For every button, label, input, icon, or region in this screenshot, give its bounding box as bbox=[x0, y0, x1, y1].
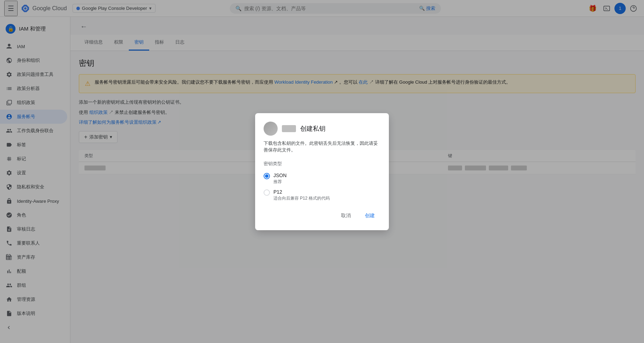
key-type-label: 密钥类型 bbox=[264, 161, 380, 167]
radio-json[interactable] bbox=[264, 173, 270, 179]
create-private-key-dialog: 创建私钥 下载包含私钥的文件。此密钥丢失后无法恢复，因此请妥善保存此文件。 密钥… bbox=[255, 113, 389, 230]
dialog-avatar bbox=[264, 122, 278, 136]
dialog-subtitle: 下载包含私钥的文件。此密钥丢失后无法恢复，因此请妥善保存此文件。 bbox=[264, 140, 380, 154]
dialog-title: 创建私钥 bbox=[300, 124, 326, 133]
radio-p12[interactable] bbox=[264, 189, 270, 196]
cancel-button[interactable]: 取消 bbox=[335, 210, 356, 222]
service-account-name-blurred bbox=[282, 125, 296, 132]
dialog-header: 创建私钥 bbox=[264, 122, 380, 136]
dialog-actions: 取消 创建 bbox=[264, 210, 380, 222]
radio-group: JSON 推荐 P12 适合向后兼容 P12 格式的代码 bbox=[264, 171, 380, 203]
radio-item-p12[interactable]: P12 适合向后兼容 P12 格式的代码 bbox=[264, 188, 380, 203]
dialog-overlay: 创建私钥 下载包含私钥的文件。此密钥丢失后无法恢复，因此请妥善保存此文件。 密钥… bbox=[0, 0, 644, 343]
create-button[interactable]: 创建 bbox=[359, 210, 380, 222]
radio-json-content: JSON 推荐 bbox=[273, 173, 286, 185]
key-type-section: 密钥类型 JSON 推荐 P12 适合向后兼容 P12 格式的代码 bbox=[264, 161, 380, 203]
radio-p12-content: P12 适合向后兼容 P12 格式的代码 bbox=[273, 189, 330, 201]
radio-item-json[interactable]: JSON 推荐 bbox=[264, 171, 380, 186]
